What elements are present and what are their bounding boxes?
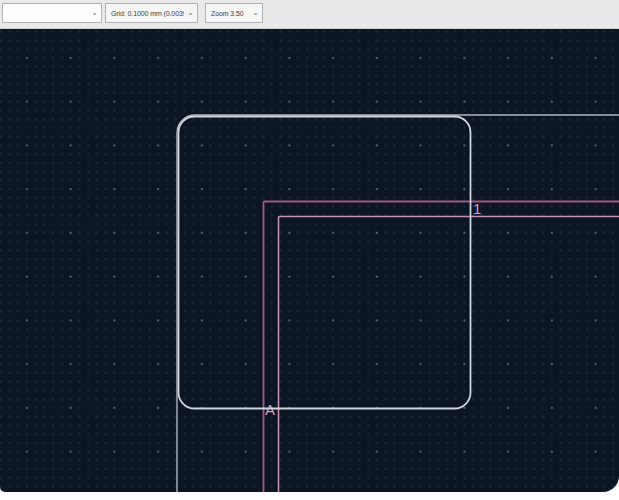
grid-ref-row-label: A — [265, 401, 275, 418]
toolbar: ⌄ Grid: 0.1000 mm (0.0039 in) ⌄ Zoom 3.5… — [0, 0, 619, 29]
pcb-drawing: 1 A — [0, 29, 619, 492]
zoom-level-combo-value: Zoom 3.50 — [206, 10, 249, 17]
board-outline — [179, 117, 471, 409]
pcb-canvas[interactable]: 1 A — [0, 29, 619, 492]
selection-combo[interactable]: ⌄ — [2, 3, 102, 23]
sheet-frame-outer — [264, 202, 619, 493]
chevron-down-icon: ⌄ — [184, 4, 197, 22]
app-window: ⌄ Grid: 0.1000 mm (0.0039 in) ⌄ Zoom 3.5… — [0, 0, 619, 500]
board-outline-extended — [177, 115, 619, 492]
grid-ref-column-label: 1 — [473, 200, 481, 217]
zoom-level-combo[interactable]: Zoom 3.50 ⌄ — [205, 3, 263, 23]
grid-size-combo-value: Grid: 0.1000 mm (0.0039 in) — [106, 10, 184, 17]
grid-size-combo[interactable]: Grid: 0.1000 mm (0.0039 in) ⌄ — [105, 3, 198, 23]
chevron-down-icon: ⌄ — [249, 4, 262, 22]
chevron-down-icon: ⌄ — [88, 4, 101, 22]
sheet-frame-inner — [279, 217, 619, 493]
